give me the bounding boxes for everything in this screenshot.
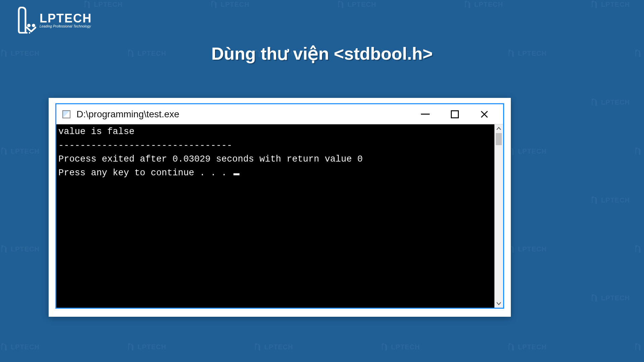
console-line-4: Press any key to continue . . . bbox=[58, 168, 232, 178]
app-icon bbox=[62, 110, 70, 118]
vertical-scrollbar[interactable] bbox=[494, 124, 503, 308]
chevron-up-icon bbox=[496, 126, 501, 131]
console-line-1: value is false bbox=[58, 127, 135, 137]
brand-logo: LPTECH Leading Professional Technology bbox=[15, 7, 92, 34]
cursor bbox=[233, 173, 239, 175]
logo-icon bbox=[15, 7, 36, 34]
close-icon bbox=[480, 110, 489, 119]
chevron-down-icon bbox=[496, 301, 501, 306]
close-button[interactable] bbox=[480, 110, 489, 119]
svg-rect-2 bbox=[26, 32, 28, 34]
scroll-up-button[interactable] bbox=[494, 124, 503, 133]
brand-tagline: Leading Professional Technology bbox=[40, 24, 92, 28]
window-title-path: D:\programming\test.exe bbox=[76, 109, 421, 120]
svg-point-1 bbox=[32, 24, 35, 27]
scrollbar-track[interactable] bbox=[494, 133, 503, 299]
console-line-3: Process exited after 0.03029 seconds wit… bbox=[58, 154, 363, 164]
page-title: Dùng thư viện <stdbool.h> bbox=[0, 44, 644, 64]
console-line-2: -------------------------------- bbox=[58, 140, 232, 150]
window-controls bbox=[421, 110, 503, 119]
svg-rect-3 bbox=[29, 32, 30, 34]
console-window-frame: D:\programming\test.exe value is false -… bbox=[49, 98, 511, 317]
scroll-down-button[interactable] bbox=[494, 299, 503, 308]
maximize-button[interactable] bbox=[451, 110, 459, 118]
window-titlebar[interactable]: D:\programming\test.exe bbox=[56, 104, 503, 124]
brand-name: LPTECH bbox=[40, 12, 92, 24]
minimize-button[interactable] bbox=[421, 110, 430, 119]
scrollbar-thumb[interactable] bbox=[496, 133, 502, 145]
console-output[interactable]: value is false -------------------------… bbox=[56, 124, 494, 308]
svg-point-0 bbox=[27, 24, 31, 27]
